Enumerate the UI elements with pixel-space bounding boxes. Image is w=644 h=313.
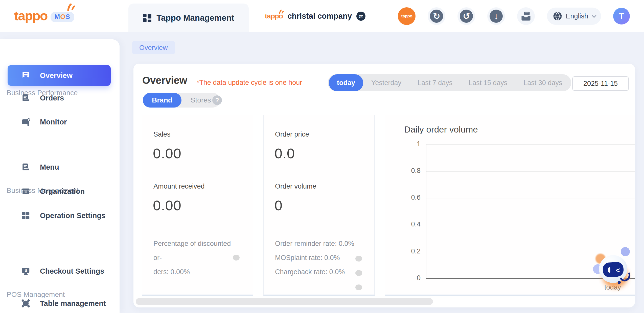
sales-label: Sales <box>153 131 171 138</box>
tappo-app-button[interactable]: tappo <box>398 7 416 25</box>
daily-order-volume-chart-card: Daily order volume 1 0.8 0.6 0.4 0.2 0 t… <box>385 115 635 296</box>
user-avatar[interactable]: T <box>613 8 630 24</box>
mos-badge-o: O <box>60 13 65 20</box>
horizontal-scrollbar-thumb[interactable] <box>136 298 433 305</box>
order-price-label: Order price <box>275 131 309 138</box>
menu-icon <box>21 162 31 172</box>
period-tab-last-30-days[interactable]: Last 30 days <box>515 74 570 91</box>
sidebar: Business Performance Overview <box>0 39 120 313</box>
sidebar-item-table-management[interactable]: Table management <box>8 293 111 313</box>
mos-badge-s: S <box>65 13 70 20</box>
company-tappo-logo: tappo <box>265 12 283 20</box>
table-management-icon <box>21 298 31 308</box>
organization-icon <box>21 186 31 196</box>
y-tick-label: 0.8 <box>390 167 421 175</box>
language-label: English <box>566 12 588 20</box>
mosplaint-rate: MOSplaint rate: 0.0% <box>275 251 340 265</box>
mascot-eye <box>608 267 610 273</box>
company-tappo-ears-icon <box>279 10 284 14</box>
tappo-logo-text: tappo <box>14 8 48 24</box>
mascot-antenna-dot <box>621 247 630 256</box>
order-reminder-rate: Order reminder rate: 0.0% <box>275 237 354 251</box>
sidebar-item-overview[interactable]: Overview <box>8 65 111 86</box>
company-name: christal company <box>287 12 352 21</box>
header-divider <box>382 9 382 23</box>
tab-tappo-management[interactable]: Tappo Management <box>128 4 249 32</box>
period-tab-last-15-days[interactable]: Last 15 days <box>461 74 515 91</box>
order-volume-label: Order volume <box>275 182 316 190</box>
period-tab-last-7-days[interactable]: Last 7 days <box>409 74 461 91</box>
header-actions: tappo ↻ ↺ ↓ <box>398 7 630 25</box>
sidebar-item-monitor[interactable]: Monitor <box>8 112 111 132</box>
checkout-settings-icon: $ <box>21 266 31 276</box>
y-axis <box>426 144 426 278</box>
sidebar-item-menu[interactable]: Menu <box>8 157 111 177</box>
y-tick-label: 0 <box>390 274 421 282</box>
order-volume-value: 0 <box>274 197 283 214</box>
date-input[interactable] <box>572 76 629 91</box>
history-icon: ↺ <box>460 10 473 23</box>
mos-badge-m: M <box>55 13 60 20</box>
sync-button[interactable]: ↻ <box>428 7 445 25</box>
breadcrumb[interactable]: Overview <box>132 41 175 54</box>
period-tab-today[interactable]: today <box>329 74 363 91</box>
sidebar-item-organization[interactable]: Organization <box>8 181 111 202</box>
tappo-logo[interactable]: tappo MOS <box>14 8 74 24</box>
sales-card: Sales 0.00 Amount received 0.00 Percenta… <box>142 115 253 296</box>
footnote-line-1: Percentage of discounted or- <box>153 240 231 262</box>
sidebar-item-checkout-settings[interactable]: $ Checkout Settings <box>8 261 111 281</box>
y-tick-label: 0.4 <box>390 220 421 228</box>
globe-icon <box>553 12 562 21</box>
scope-toggle: Brand Stores <box>143 93 220 108</box>
order-card: Order price 0.0 Order volume 0 Order rem… <box>263 115 375 296</box>
tab-label: Tappo Management <box>156 13 234 23</box>
sidebar-item-orders[interactable]: Orders <box>8 88 111 108</box>
scope-option-brand[interactable]: Brand <box>143 93 181 108</box>
period-tabs: today Yesterday Last 7 days Last 15 days… <box>328 74 571 91</box>
top-header: tappo MOS Tappo Management tappo <box>0 0 644 32</box>
indicator-dot <box>355 284 362 290</box>
chatbot-mascot[interactable]: < <box>594 241 635 281</box>
mos-badge: MOS <box>51 12 74 22</box>
switch-company-icon[interactable]: ⇄ <box>356 12 365 21</box>
y-tick-label: 0.6 <box>390 194 421 201</box>
gridline <box>426 171 635 172</box>
update-cycle-note: *The data update cycle is one hour <box>197 79 302 87</box>
amount-received-value: 0.00 <box>153 197 181 214</box>
orders-icon <box>21 93 31 103</box>
order-price-value: 0.0 <box>274 145 295 162</box>
help-icon[interactable]: ? <box>212 95 222 105</box>
sync-icon: ↻ <box>430 10 443 23</box>
inbox-button[interactable] <box>517 7 535 25</box>
footnote-line-2: ders: 0.00% <box>153 268 190 276</box>
dashboard-grid-icon <box>143 14 151 22</box>
history-button[interactable]: ↺ <box>457 7 475 25</box>
y-tick-label: 0.2 <box>390 247 421 255</box>
app-root: tappo MOS Tappo Management tappo <box>0 0 644 313</box>
indicator-dot <box>355 256 362 262</box>
mascot-mic <box>618 281 621 284</box>
divider <box>153 226 242 226</box>
sidebar-item-operation-settings[interactable]: Operation Settings <box>8 205 111 226</box>
language-selector[interactable]: English <box>547 8 601 25</box>
gridline <box>426 144 635 145</box>
tappo-logo-ears-icon <box>67 4 75 11</box>
chargeback-rate: Chargeback rate: 0.0% <box>275 265 345 279</box>
monitor-icon <box>21 117 31 127</box>
gridline <box>426 198 635 198</box>
page-title: Overview <box>142 75 187 86</box>
inbox-icon <box>521 11 531 21</box>
download-icon: ↓ <box>490 10 503 23</box>
indicator-dot <box>233 255 240 260</box>
company-switcher[interactable]: tappo christal company ⇄ <box>265 0 365 32</box>
svg-text:$: $ <box>25 268 27 273</box>
operation-settings-icon <box>21 211 31 221</box>
download-button[interactable]: ↓ <box>487 7 505 25</box>
period-tab-yesterday[interactable]: Yesterday <box>363 74 409 91</box>
chart-title: Daily order volume <box>404 124 478 135</box>
amount-received-label: Amount received <box>153 182 205 190</box>
overview-icon <box>21 70 31 81</box>
divider <box>275 226 363 226</box>
gridline <box>426 225 635 225</box>
sales-value: 0.00 <box>153 145 181 162</box>
